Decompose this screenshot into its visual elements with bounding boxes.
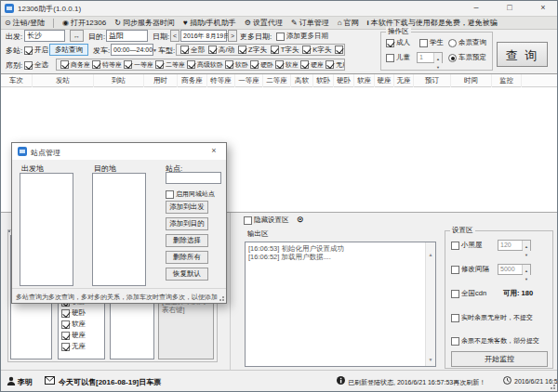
minimize-icon[interactable]: – xyxy=(466,2,486,15)
scroll-up-icon[interactable] xyxy=(426,243,435,260)
child-checkbox[interactable]: 儿童 xyxy=(386,53,410,62)
seat-class-checkbox[interactable]: 高级软卧 xyxy=(187,60,223,70)
column-header[interactable]: 时间 xyxy=(451,74,492,88)
spinner-down-icon[interactable] xyxy=(434,61,442,70)
train-type-checkbox[interactable]: 高/动 xyxy=(208,46,234,55)
seat-all-checkbox[interactable]: 全选 xyxy=(24,60,48,70)
seat-class-checkbox[interactable]: 硬卧 xyxy=(250,60,273,70)
resize-grip-icon[interactable] xyxy=(217,294,224,301)
seat-filter-checkbox[interactable]: 无座 xyxy=(61,342,104,351)
multi-station-enable-checkbox[interactable]: 开启 xyxy=(24,46,48,55)
dialog-button[interactable]: 删除选择 xyxy=(166,234,208,247)
column-header[interactable]: 高软 xyxy=(291,74,313,88)
scroll-down-icon[interactable] xyxy=(426,348,435,365)
toolbar-open12306-button[interactable]: ◉打开12306 xyxy=(62,18,106,28)
train-type-checkbox[interactable]: K字头 xyxy=(302,46,331,55)
dest-input[interactable] xyxy=(106,30,148,42)
dialog-button[interactable]: 添加到出发 xyxy=(166,201,208,214)
seat-filter-checkbox[interactable]: 硬卧 xyxy=(61,308,104,318)
student-checkbox[interactable]: 学生 xyxy=(419,38,444,47)
train-type-checkbox[interactable]: 其他 xyxy=(335,46,345,55)
close-icon[interactable]: × xyxy=(204,145,224,158)
seat-class-checkbox[interactable]: 一等座 xyxy=(124,60,153,70)
seat-filter-checkbox[interactable]: 软座 xyxy=(61,320,104,329)
column-header[interactable]: 商务座 xyxy=(178,74,207,88)
spinner-down-icon[interactable] xyxy=(523,273,530,281)
hide-settings-checkbox[interactable]: 隐藏设置区 xyxy=(244,216,289,225)
column-header[interactable]: 软卧 xyxy=(313,74,334,88)
output-log[interactable]: [16:06:53] 初始化用户设置成功[16:06:52] 加载用户数据...… xyxy=(245,242,436,367)
spinner-up-icon[interactable] xyxy=(523,265,530,273)
seat-filter-checkbox[interactable]: 硬座 xyxy=(61,331,104,340)
spinner-down-icon[interactable] xyxy=(523,249,530,257)
seat-class-checkbox[interactable]: 硬座 xyxy=(300,60,324,70)
toolbar-proxy-button[interactable]: ⚙设置代理 xyxy=(245,18,283,28)
no-seat-no-submit-checkbox[interactable]: 实时余票无座时，不提交 xyxy=(451,313,533,322)
partial-submit-checkbox[interactable]: 余票不足乘客数，部分提交 xyxy=(451,336,539,346)
column-header[interactable]: 监控 xyxy=(492,74,522,88)
query-button[interactable]: 查 询 xyxy=(497,42,548,67)
train-type-checkbox[interactable]: 全部 xyxy=(180,46,205,55)
book-ticket-radio[interactable]: 车票预定 xyxy=(448,53,486,62)
from-stations-listbox[interactable] xyxy=(20,173,73,286)
dialog-button[interactable]: 恢复默认 xyxy=(166,268,208,281)
date-next-button[interactable]: > xyxy=(228,30,237,42)
checkbox-icon xyxy=(24,61,33,70)
column-header[interactable]: 预订 xyxy=(414,74,451,88)
cdn-checkbox[interactable]: 全国cdn xyxy=(451,289,486,298)
interval-stepper[interactable]: 5000 xyxy=(498,264,531,275)
multi-station-query-button[interactable]: 多站查询 xyxy=(49,44,88,56)
maximize-icon[interactable]: □ xyxy=(499,2,520,15)
start-monitor-button[interactable]: 开始监控 xyxy=(451,351,548,367)
toolbar-logout-button[interactable]: ⊙注销/登陆 xyxy=(5,18,45,28)
column-header[interactable]: 二等座 xyxy=(263,74,291,88)
toolbar-website-button[interactable]: ⌂官网 xyxy=(338,18,359,28)
toolbar-orders-button[interactable]: ✎订单管理 xyxy=(291,18,329,28)
dialog-button[interactable]: 添加到目的 xyxy=(166,217,208,230)
column-header[interactable]: 软座 xyxy=(354,74,375,88)
to-stations-listbox[interactable] xyxy=(92,173,146,286)
toolbar-sync-time-button[interactable]: ↻同步服务器时间 xyxy=(114,18,175,28)
column-header[interactable]: 无座 xyxy=(394,74,414,88)
column-header[interactable]: 用时 xyxy=(144,74,178,88)
seat-class-checkbox[interactable]: 特等座 xyxy=(92,60,122,70)
circle-dot-icon[interactable]: ⊙ xyxy=(297,215,304,224)
seat-class-checkbox[interactable]: 无座 xyxy=(326,60,345,70)
swap-stations-button[interactable]: ↔ xyxy=(70,30,84,42)
depart-input[interactable] xyxy=(24,30,65,42)
station-input[interactable] xyxy=(166,172,221,184)
depart-time-select[interactable]: 00:00—24:00 xyxy=(111,44,153,56)
black-room-checkbox[interactable]: 小黑屋 xyxy=(451,241,483,250)
date-select[interactable]: 2016年 8月19日 xyxy=(180,30,227,42)
close-icon[interactable]: × xyxy=(533,2,553,15)
dialog-title-bar[interactable]: 站点管理 × xyxy=(12,143,226,160)
column-header[interactable]: 发站 xyxy=(33,74,94,88)
output-scrollbar[interactable] xyxy=(425,242,435,366)
remaining-ticket-radio[interactable]: 余票查询 xyxy=(448,38,486,47)
toolbar-donate-button[interactable]: ♥捐助/手机助手 xyxy=(183,18,236,28)
same-city-checkbox[interactable]: 启用同城站点 xyxy=(166,189,215,199)
train-type-checkbox[interactable]: T字头 xyxy=(271,46,299,55)
seat-class-checkbox[interactable]: 软卧 xyxy=(225,60,248,70)
column-header[interactable]: 到站 xyxy=(94,74,144,88)
column-header[interactable]: 硬卧 xyxy=(334,74,354,88)
seat-class-checkbox[interactable]: 软座 xyxy=(275,60,299,70)
column-header[interactable]: 车次 xyxy=(1,74,33,88)
adult-checkbox[interactable]: 成人 xyxy=(386,38,410,47)
seat-class-checkbox[interactable]: 二等座 xyxy=(155,60,185,70)
child-count-value: 1 xyxy=(418,53,433,62)
spinner-up-icon[interactable] xyxy=(523,241,530,249)
column-header[interactable]: 硬座 xyxy=(375,74,394,88)
date-prev-button[interactable]: < xyxy=(170,30,179,42)
dialog-button[interactable]: 删除所有 xyxy=(166,251,208,264)
train-type-checkbox[interactable]: Z字头 xyxy=(238,46,267,55)
spinner-up-icon[interactable] xyxy=(434,53,442,61)
add-more-dates-checkbox[interactable]: 添加更多日期 xyxy=(276,32,328,41)
interval-checkbox[interactable]: 修改间隔 xyxy=(451,265,489,274)
child-count-stepper[interactable]: 1 xyxy=(417,52,443,63)
black-room-stepper[interactable]: 120 xyxy=(498,240,531,251)
seat-class-checkbox[interactable]: 商务座 xyxy=(60,60,90,70)
column-header[interactable]: 一等座 xyxy=(235,74,263,88)
resize-grip-icon[interactable] xyxy=(548,382,555,389)
column-header[interactable]: 特等座 xyxy=(207,74,235,88)
